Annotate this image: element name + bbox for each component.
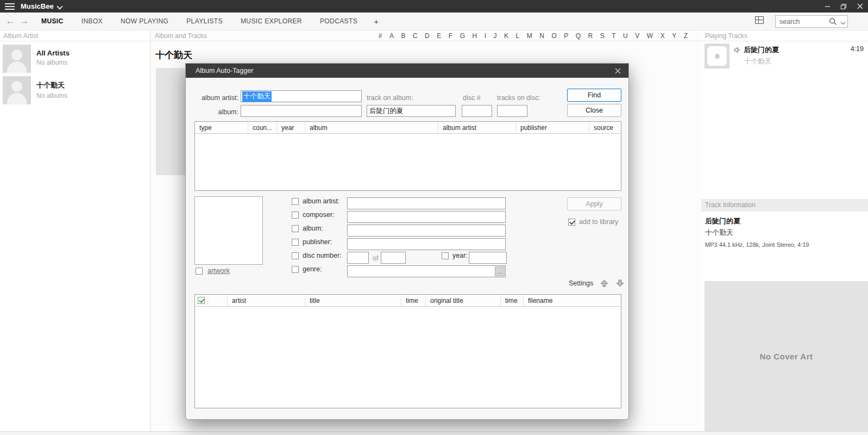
alphabet-letter[interactable]: X: [661, 32, 665, 40]
tracks-table[interactable]: artisttitletimeoriginal titletimefilenam…: [194, 294, 621, 408]
alphabet-letter[interactable]: F: [449, 32, 452, 40]
alphabet-letter[interactable]: R: [588, 32, 593, 40]
close-dialog-button[interactable]: Close: [567, 104, 621, 117]
alphabet-letter[interactable]: S: [600, 32, 605, 40]
results-column-header[interactable]: album: [305, 122, 438, 133]
minimize-icon: [825, 3, 831, 9]
alphabet-letter[interactable]: M: [527, 32, 532, 40]
select-all-cell[interactable]: [195, 295, 208, 306]
artist-list-item[interactable]: All Artists No albums: [0, 42, 150, 73]
tag-publisher-checkbox[interactable]: [292, 239, 299, 246]
alphabet-letter[interactable]: O: [551, 32, 556, 40]
back-button[interactable]: ←: [3, 16, 17, 27]
alphabet-letter[interactable]: U: [623, 32, 628, 40]
alphabet-letter[interactable]: #: [379, 32, 382, 40]
genre-input[interactable]: [347, 265, 506, 277]
hamburger-menu-icon[interactable]: [0, 0, 20, 13]
disc-number-input[interactable]: [462, 105, 492, 117]
playing-track-item[interactable]: 后陡门的夏 十个勤天 4:19: [705, 44, 864, 70]
tracks-column-header[interactable]: time: [501, 295, 524, 306]
dialog-titlebar[interactable]: Album Auto-Tagger: [186, 64, 628, 78]
alphabet-letter[interactable]: T: [612, 32, 615, 40]
tracks-column-header[interactable]: title: [305, 295, 401, 306]
alphabet-letter[interactable]: N: [539, 32, 544, 40]
alphabet-letter[interactable]: I: [485, 32, 486, 40]
results-column-header[interactable]: coun...: [248, 122, 277, 133]
alphabet-letter[interactable]: A: [389, 32, 394, 40]
results-column-header[interactable]: type: [195, 122, 248, 133]
move-down-arrow-icon[interactable]: [615, 279, 625, 288]
find-button[interactable]: Find: [567, 89, 621, 102]
alphabet-letter[interactable]: L: [516, 32, 520, 40]
artwork-link[interactable]: artwork: [207, 267, 230, 275]
tag-year-checkbox[interactable]: [442, 252, 449, 259]
tag-disc-number-checkbox[interactable]: [292, 252, 299, 259]
add-tab-button[interactable]: +: [374, 17, 379, 26]
add-to-library-checkbox[interactable]: [568, 219, 575, 226]
tag-album-artist-checkbox[interactable]: [292, 198, 299, 205]
search-options-chevron-icon[interactable]: [841, 16, 847, 27]
select-all-checkbox[interactable]: [198, 297, 205, 304]
tab[interactable]: PODCASTS: [320, 17, 357, 25]
alphabet-letter[interactable]: E: [437, 32, 441, 40]
alphabet-letter[interactable]: P: [564, 32, 568, 40]
search-input[interactable]: [776, 18, 829, 26]
tag-album-checkbox[interactable]: [292, 225, 299, 232]
close-button[interactable]: [852, 0, 868, 13]
tab[interactable]: INBOX: [81, 17, 103, 25]
search-box[interactable]: [775, 15, 848, 28]
results-table[interactable]: typecoun...yearalbumalbum artistpublishe…: [194, 121, 621, 191]
alphabet-letter[interactable]: W: [647, 32, 653, 40]
alphabet-letter[interactable]: Q: [576, 32, 581, 40]
disc-number-value-input[interactable]: [347, 252, 369, 264]
tracks-on-disc-input[interactable]: [497, 105, 527, 117]
genre-browse-button[interactable]: ...: [495, 266, 505, 276]
alphabet-letter[interactable]: D: [425, 32, 430, 40]
alphabet-letter[interactable]: Y: [672, 32, 676, 40]
year-input[interactable]: [469, 252, 507, 264]
tracks-column-header[interactable]: filename: [524, 295, 621, 306]
search-icon[interactable]: [829, 17, 841, 26]
tag-album-artist-input[interactable]: [347, 197, 506, 209]
results-column-header[interactable]: source: [589, 122, 621, 133]
alphabet-letter[interactable]: G: [460, 32, 465, 40]
alphabet-letter[interactable]: J: [494, 32, 497, 40]
alphabet-letter[interactable]: K: [504, 32, 508, 40]
window-titlebar[interactable]: MusicBee: [0, 0, 868, 13]
chevron-down-icon[interactable]: [58, 4, 62, 9]
album-artist-search-input[interactable]: 十个勤天: [241, 90, 362, 102]
tracks-column-header[interactable]: time: [401, 295, 426, 306]
tab[interactable]: PLAYLISTS: [186, 17, 223, 25]
results-column-header[interactable]: year: [277, 122, 305, 133]
disc-total-input[interactable]: [381, 252, 406, 264]
panel-layout-icon[interactable]: [755, 16, 764, 24]
apply-button[interactable]: Apply: [567, 197, 621, 210]
tab[interactable]: MUSIC: [41, 17, 64, 25]
artwork-checkbox[interactable]: [196, 268, 203, 275]
tag-publisher-input[interactable]: [347, 238, 506, 250]
move-up-arrow-icon[interactable]: [600, 279, 609, 288]
tag-composer-input[interactable]: [347, 211, 506, 223]
tag-composer-checkbox[interactable]: [292, 212, 299, 219]
minimize-button[interactable]: [819, 0, 835, 13]
results-column-header[interactable]: album artist: [438, 122, 516, 133]
tab[interactable]: NOW PLAYING: [121, 17, 168, 25]
alphabet-letter[interactable]: Z: [684, 32, 688, 40]
tag-genre-checkbox[interactable]: [292, 266, 299, 273]
settings-link[interactable]: Settings: [569, 279, 593, 287]
dialog-close-button[interactable]: [615, 68, 621, 74]
tracks-column-header[interactable]: original title: [426, 295, 501, 306]
alphabet-letter[interactable]: B: [401, 32, 405, 40]
alphabet-letter[interactable]: H: [472, 32, 477, 40]
artist-list-item[interactable]: 十个勤天 No albums: [0, 74, 150, 104]
alphabet-letter[interactable]: V: [635, 32, 639, 40]
tag-album-input[interactable]: [347, 225, 506, 237]
album-search-input[interactable]: [241, 105, 362, 117]
restore-button[interactable]: [835, 0, 852, 13]
tracks-column-header[interactable]: artist: [228, 295, 305, 306]
results-column-header[interactable]: publisher: [516, 122, 589, 133]
alphabet-letter[interactable]: C: [413, 32, 418, 40]
tab[interactable]: MUSIC EXPLORER: [241, 17, 302, 25]
forward-button[interactable]: →: [17, 16, 32, 27]
track-on-album-input[interactable]: [367, 105, 456, 117]
